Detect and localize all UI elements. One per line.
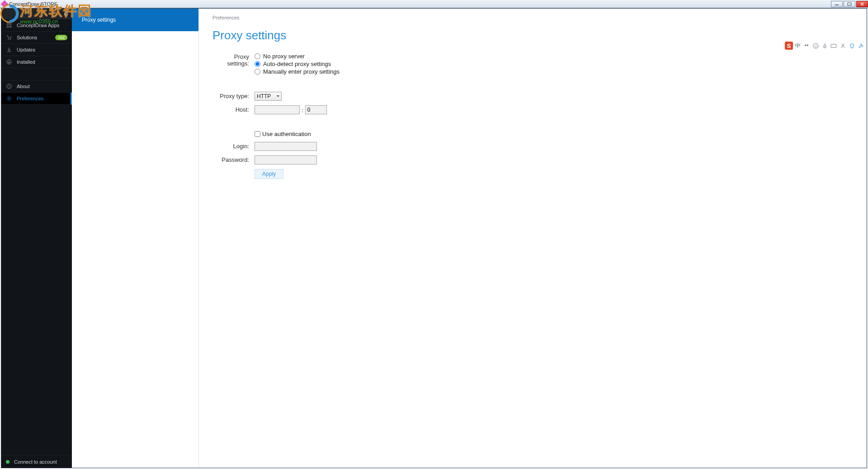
svg-point-6	[7, 26, 9, 28]
svg-point-7	[9, 26, 11, 28]
radio-manual[interactable]: Manually enter proxy settings	[255, 68, 340, 75]
window-titlebar: ConceptDraw STORE	[0, 0, 868, 8]
port-input[interactable]	[305, 105, 327, 114]
svg-point-17	[814, 45, 815, 46]
login-label: Login:	[212, 142, 255, 150]
window-title: ConceptDraw STORE	[9, 1, 57, 7]
ime-mic-icon[interactable]	[821, 42, 828, 49]
ime-lang-toggle[interactable]: 中	[795, 42, 801, 49]
use-auth-label: Use authentication	[262, 131, 311, 137]
svg-rect-20	[831, 44, 836, 47]
sidebar-footer-connect[interactable]: Connect to account	[1, 455, 72, 468]
sidebar-item-label: ConceptDraw Apps	[17, 23, 59, 28]
proxy-settings-label: Proxy settings:	[212, 52, 255, 67]
svg-point-8	[8, 39, 9, 40]
proxy-type-label: Proxy type:	[212, 92, 255, 99]
svg-point-14	[8, 98, 10, 99]
sidebar-footer-label: Connect to account	[14, 459, 57, 465]
cart-icon	[6, 35, 12, 40]
radio-manual-input[interactable]	[255, 69, 260, 75]
status-dot-icon	[6, 460, 9, 464]
use-auth-checkbox-input[interactable]	[255, 131, 260, 137]
main-content: Preferences Proxy settings Proxy setting…	[199, 9, 867, 468]
svg-point-16	[813, 43, 818, 48]
host-input[interactable]	[255, 105, 300, 114]
sidebar-item-label: Preferences	[17, 96, 43, 101]
password-input[interactable]	[255, 155, 317, 164]
info-icon	[6, 84, 12, 89]
password-label: Password:	[212, 155, 255, 163]
preferences-subnav: Proxy settings	[72, 9, 199, 468]
sidebar-item-installed[interactable]: Installed	[1, 56, 72, 68]
download-icon	[6, 47, 12, 52]
sidebar-item-solutions[interactable]: Solutions 162	[1, 32, 72, 44]
svg-point-9	[10, 39, 11, 40]
minimize-button[interactable]	[831, 1, 843, 7]
sidebar-item-preferences[interactable]: Preferences	[1, 93, 72, 105]
gear-icon	[6, 96, 12, 101]
radio-no-proxy[interactable]: No proxy server	[255, 52, 340, 60]
ime-toolbar: S 中 ••	[785, 42, 864, 50]
svg-rect-1	[848, 3, 851, 5]
ime-keyboard-icon[interactable]	[830, 42, 837, 49]
ime-tools-icon[interactable]	[857, 42, 864, 49]
radio-no-proxy-input[interactable]	[255, 53, 260, 59]
app-icon	[1, 0, 9, 8]
ime-emoji-icon[interactable]	[812, 42, 819, 49]
subnav-item-label: Proxy settings	[82, 17, 116, 23]
host-port-separator: :	[302, 107, 303, 113]
maximize-button[interactable]	[844, 1, 855, 7]
sidebar-item-label: Updates	[17, 47, 35, 52]
close-button[interactable]	[856, 1, 868, 7]
ime-user-icon[interactable]	[839, 42, 846, 49]
apply-button[interactable]: Apply	[255, 169, 283, 179]
subnav-item-proxy-settings[interactable]: Proxy settings	[72, 9, 198, 31]
proxy-type-select[interactable]: HTTP	[255, 92, 282, 101]
radio-auto-detect[interactable]: Auto-detect proxy settings	[255, 60, 340, 68]
sidebar-item-label: Solutions	[17, 35, 37, 40]
solutions-badge: 162	[55, 35, 67, 40]
login-input[interactable]	[255, 142, 317, 151]
radio-label: No proxy server	[263, 52, 305, 60]
use-auth-checkbox[interactable]: Use authentication	[255, 131, 311, 137]
sidebar-item-about[interactable]: About	[1, 80, 72, 93]
svg-point-18	[816, 45, 817, 46]
sidebar-item-label: Installed	[17, 59, 35, 65]
primary-sidebar: ConceptDraw Apps Solutions 162 Updates I…	[1, 9, 72, 468]
ime-punct-icon[interactable]: ••	[803, 42, 810, 49]
proxy-type-value: HTTP	[257, 93, 271, 99]
svg-point-4	[7, 23, 9, 25]
host-label: Host:	[212, 105, 255, 113]
radio-auto-detect-input[interactable]	[255, 61, 260, 67]
page-title: Proxy settings	[212, 28, 853, 42]
refresh-icon[interactable]	[63, 11, 69, 17]
sidebar-item-updates[interactable]: Updates	[1, 44, 72, 56]
ime-sogou-icon[interactable]: S	[785, 42, 793, 50]
radio-label: Manually enter proxy settings	[263, 68, 340, 75]
radio-label: Auto-detect proxy settings	[263, 60, 331, 68]
svg-point-5	[9, 23, 11, 25]
apps-icon	[6, 23, 12, 28]
svg-point-24	[842, 44, 844, 46]
sidebar-item-label: About	[17, 84, 30, 89]
svg-rect-19	[824, 44, 826, 47]
installed-icon	[6, 59, 12, 65]
breadcrumb: Preferences	[212, 15, 853, 20]
svg-point-12	[9, 85, 9, 86]
sidebar-item-apps[interactable]: ConceptDraw Apps	[1, 19, 72, 32]
sidebar-brand-bar	[1, 9, 72, 19]
ime-skin-icon[interactable]	[848, 42, 855, 49]
